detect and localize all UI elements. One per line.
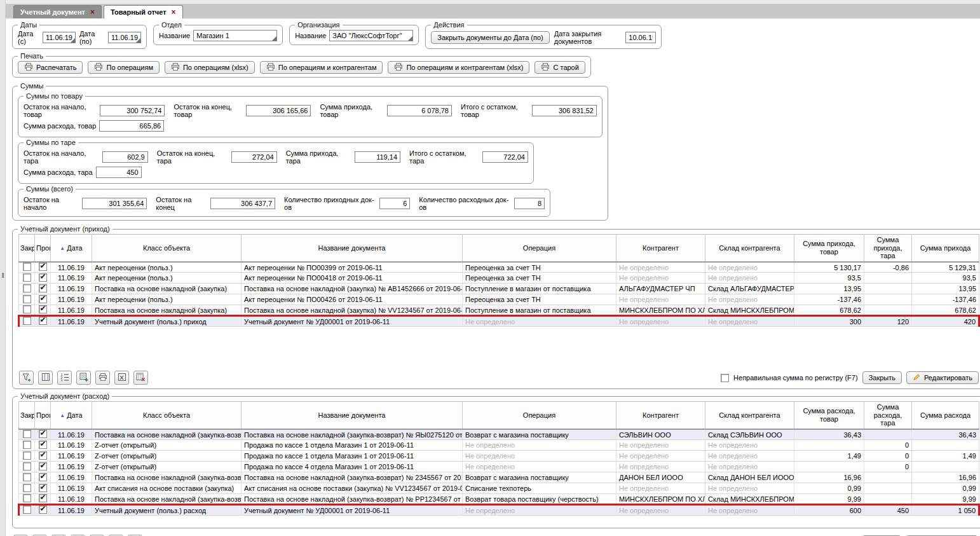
- column-header-4[interactable]: Название документа: [242, 402, 463, 429]
- column-header-3[interactable]: Класс объекта: [92, 235, 242, 262]
- closed-checkbox[interactable]: [23, 430, 31, 438]
- invalid-sum-checkbox[interactable]: [721, 374, 729, 382]
- column-header-7[interactable]: Склад контрагента: [705, 235, 794, 262]
- column-header-3[interactable]: Класс объекта: [92, 402, 242, 429]
- column-header-1[interactable]: Прове: [35, 402, 51, 429]
- table-row[interactable]: 11.06.19Поставка на основе накладной (за…: [19, 472, 979, 483]
- table-row[interactable]: 11.06.19Поставка на основе накладной (за…: [19, 494, 979, 505]
- closed-checkbox[interactable]: [23, 441, 31, 449]
- closed-checkbox[interactable]: [23, 295, 31, 303]
- column-header-5[interactable]: Операция: [463, 402, 616, 429]
- organization-input[interactable]: [329, 30, 413, 41]
- close-button[interactable]: Закрыть: [862, 371, 902, 384]
- column-header-6[interactable]: Контрагент: [616, 402, 705, 429]
- table-row[interactable]: 11.06.19Поставка на основе накладной (за…: [19, 429, 979, 440]
- print-button-0[interactable]: Распечатать: [18, 61, 83, 74]
- verified-checkbox[interactable]: [39, 441, 47, 449]
- column-header-2[interactable]: ▲Дата: [51, 235, 92, 262]
- column-header-8[interactable]: Сумма прихода, товар: [794, 235, 864, 262]
- print-button-5[interactable]: С тарой: [534, 61, 585, 74]
- closed-checkbox[interactable]: [23, 473, 31, 481]
- table-row[interactable]: 11.06.19Z-отчет (открытый)Продажа по кас…: [19, 440, 979, 451]
- table-add-toolbar-button[interactable]: [76, 371, 91, 385]
- column-header-9[interactable]: Сумма прихода, тара: [864, 235, 912, 262]
- table-row[interactable]: 11.06.19Акт переоценки (польз.)Акт перео…: [19, 262, 979, 273]
- print-button-2[interactable]: По операциям (xlsx): [165, 61, 255, 74]
- sum-field-value[interactable]: [99, 120, 164, 132]
- closed-checkbox[interactable]: [23, 462, 31, 471]
- closed-checkbox[interactable]: [23, 505, 31, 514]
- date-from-input[interactable]: [43, 32, 76, 43]
- verified-checkbox[interactable]: [39, 494, 47, 502]
- column-header-6[interactable]: Контрагент: [616, 235, 705, 262]
- table-row[interactable]: 11.06.19Поставка на основе накладной (за…: [19, 305, 979, 316]
- table-row[interactable]: 11.06.19Z-отчет (открытый)Продажа по кас…: [19, 462, 979, 472]
- table-row[interactable]: 11.06.19Акт переоценки (польз.)Акт перео…: [19, 294, 979, 305]
- close-documents-button[interactable]: Закрыть документы до Дата (по): [431, 31, 549, 44]
- sum-field-value[interactable]: [210, 198, 275, 209]
- tab-close-icon[interactable]: ×: [172, 9, 176, 15]
- numbering-toolbar-button[interactable]: 123: [57, 371, 72, 385]
- sum-field-value[interactable]: [100, 105, 165, 116]
- table-clear-toolbar-button[interactable]: [133, 371, 148, 385]
- verified-checkbox[interactable]: [39, 462, 47, 471]
- closed-checkbox[interactable]: [23, 263, 31, 271]
- verified-checkbox[interactable]: [39, 263, 47, 271]
- column-header-10[interactable]: Сумма расхода: [912, 402, 979, 429]
- sum-field-value[interactable]: [379, 198, 410, 209]
- closed-checkbox[interactable]: [23, 273, 31, 282]
- column-header-9[interactable]: Сумма расхода, тара: [864, 402, 912, 429]
- column-header-7[interactable]: Склад контрагента: [705, 402, 794, 429]
- closed-checkbox[interactable]: [23, 305, 31, 313]
- column-header-4[interactable]: Название документа: [242, 235, 463, 262]
- verified-checkbox[interactable]: [39, 295, 47, 303]
- verified-checkbox[interactable]: [39, 505, 47, 514]
- column-header-10[interactable]: Сумма прихода: [912, 235, 979, 262]
- verified-checkbox[interactable]: [39, 484, 47, 492]
- sum-field-value[interactable]: [532, 105, 597, 116]
- edit-button[interactable]: Редактировать: [906, 371, 979, 384]
- verified-checkbox[interactable]: [39, 430, 47, 438]
- sum-field-value[interactable]: [102, 151, 148, 163]
- table-row[interactable]: 11.06.19Акт списания на основе поставки …: [19, 483, 979, 494]
- sum-field-value[interactable]: [96, 167, 142, 178]
- print-button-1[interactable]: По операциям: [88, 61, 159, 74]
- sum-field-value[interactable]: [355, 151, 400, 163]
- column-header-2[interactable]: ▲Дата: [51, 402, 92, 429]
- department-input[interactable]: [193, 30, 277, 41]
- table-row[interactable]: 11.06.19Акт переоценки (польз.)Акт перео…: [19, 273, 979, 284]
- sum-field-value[interactable]: [82, 198, 147, 209]
- closed-checkbox[interactable]: [23, 484, 31, 492]
- sum-field-value[interactable]: [387, 105, 452, 116]
- sum-field-value[interactable]: [231, 151, 277, 163]
- closed-checkbox[interactable]: [23, 317, 31, 325]
- verified-checkbox[interactable]: [39, 473, 47, 481]
- closed-checkbox[interactable]: [23, 451, 31, 460]
- print-button-3[interactable]: По операциям и контрагентам: [260, 61, 383, 74]
- column-header-0[interactable]: Закры: [19, 235, 35, 262]
- table-row[interactable]: 11.06.19Z-отчет (открытый)Продажа по кас…: [19, 451, 979, 462]
- closed-checkbox[interactable]: [23, 494, 31, 502]
- panel-splitter-handle[interactable]: ‖: [0, 272, 6, 279]
- table-row[interactable]: 11.06.19Учетный документ (польз.) приход…: [19, 316, 979, 327]
- column-header-8[interactable]: Сумма расхода, товар: [794, 402, 864, 429]
- sum-field-value[interactable]: [246, 105, 311, 116]
- sum-field-value[interactable]: [482, 151, 528, 163]
- closed-checkbox[interactable]: [23, 284, 31, 292]
- column-header-0[interactable]: Закры: [19, 402, 35, 429]
- verified-checkbox[interactable]: [39, 451, 47, 460]
- date-to-input[interactable]: [108, 32, 141, 43]
- close-date-input[interactable]: [625, 32, 656, 43]
- printer-toolbar-button[interactable]: [95, 371, 110, 385]
- verified-checkbox[interactable]: [39, 273, 47, 282]
- table-row[interactable]: 11.06.19Учетный документ (польз.) расход…: [19, 505, 979, 516]
- print-button-4[interactable]: По операциям и контрагентам (xlsx): [388, 61, 529, 74]
- columns-toolbar-button[interactable]: [38, 371, 53, 385]
- verified-checkbox[interactable]: [39, 284, 47, 292]
- excel-toolbar-button[interactable]: X: [114, 371, 129, 385]
- tab-1[interactable]: Товарный отчет×: [104, 5, 183, 18]
- tab-close-icon[interactable]: ×: [90, 9, 95, 15]
- column-header-5[interactable]: Операция: [463, 235, 616, 262]
- verified-checkbox[interactable]: [39, 317, 47, 325]
- sum-field-value[interactable]: [514, 198, 545, 209]
